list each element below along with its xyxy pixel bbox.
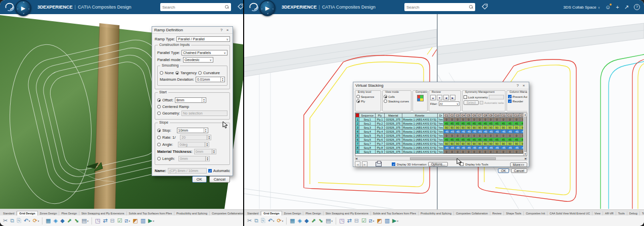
ply-id-cell[interactable]: Rosette.1 (ABS AXIS SYS): [402, 118, 437, 122]
export-ply-icon[interactable]: ⬈: [310, 217, 317, 224]
review-prev-button[interactable]: ◀: [443, 95, 449, 100]
skin-swap-icon[interactable]: ⇄: [102, 217, 108, 224]
zone-column-header[interactable]: C9: [488, 114, 493, 118]
tab-grid-design[interactable]: Grid Design: [17, 211, 37, 215]
compass-play-icon[interactable]: ▶: [21, 6, 25, 11]
display-3d-info-checkbox[interactable]: [392, 162, 395, 166]
compass-icon[interactable]: ▶ ˄ ˅ ‹ ›: [15, 0, 31, 16]
ply-table-icon[interactable]: ▥: [140, 217, 147, 224]
ply-id-cell[interactable]: Rosette.1 (ABS AXIS SYS): [402, 122, 437, 126]
angle-cell[interactable]: -45: [472, 146, 477, 150]
column-header-material[interactable]: Material: [384, 114, 402, 118]
first-row-button[interactable]: ◀: [355, 161, 360, 167]
ply-row[interactable]: 5Seq.5Ply.5G0926_375Rosette.1 (ABS AXIS …: [356, 134, 527, 138]
angle-cell[interactable]: 45: [507, 138, 513, 142]
angle-cell[interactable]: -45: [482, 130, 488, 134]
ply-row[interactable]: 2Seq.2Ply.2G0926_375Rosette.1 (ABS AXIS …: [356, 122, 527, 126]
close-button[interactable]: ×: [224, 28, 231, 32]
name-field[interactable]: (CP) 8mm / 10mm: [168, 168, 207, 174]
angle-cell[interactable]: -45: [455, 146, 461, 150]
tab-solids-and-top-surfaces-from-plies[interactable]: Solids and Top Surfaces from Plies: [127, 211, 174, 215]
ply-id-cell[interactable]: Seq.3: [359, 126, 375, 130]
angle-cell[interactable]: 0: [461, 150, 466, 154]
review-next-button[interactable]: ▶: [450, 95, 455, 100]
ply-id-cell[interactable]: G0926_375: [384, 130, 402, 134]
zone-column-header[interactable]: C10: [493, 114, 500, 118]
tab-view[interactable]: View: [592, 211, 603, 215]
angle-cell[interactable]: 45: [449, 138, 455, 142]
angle-cell[interactable]: 0: [500, 118, 507, 122]
dropdown-caret-icon[interactable]: ▾: [373, 219, 375, 222]
zone-column-header[interactable]: C4: [461, 114, 466, 118]
angle-cell[interactable]: 0: [500, 150, 507, 154]
table-corner-cell[interactable]: [356, 114, 359, 118]
macro-icon[interactable]: ▶▾: [147, 217, 155, 224]
compare-button[interactable]: [417, 95, 424, 101]
ramp-type-select[interactable]: Parallel / Parallel ∨: [176, 36, 230, 42]
rate-radio[interactable]: [157, 136, 161, 139]
angle-cell[interactable]: 0: [493, 118, 500, 122]
limit-contour-icon[interactable]: ◳: [94, 217, 101, 224]
reorder-checkbox[interactable]: [508, 99, 512, 103]
tab-caa-solid-view-mold-extend-uc[interactable]: CAA Solid View Mold Extend UC: [547, 211, 592, 215]
angle-cell[interactable]: 90: [488, 142, 493, 146]
update-icon[interactable]: ⟳▾: [32, 217, 40, 224]
angle-cell[interactable]: 45: [500, 122, 507, 126]
row-number-cell[interactable]: 3: [356, 126, 359, 130]
import-ply-icon[interactable]: ⬊: [317, 217, 324, 224]
angle-cell[interactable]: 0: [507, 150, 513, 154]
entity-ply-radio[interactable]: [356, 99, 360, 103]
angle-cell[interactable]: 90: [455, 126, 461, 130]
import-ply-icon[interactable]: ⬊: [73, 217, 80, 224]
angle-cell[interactable]: 0: [513, 134, 520, 138]
geometry-radio[interactable]: [157, 111, 161, 115]
ply-id-cell[interactable]: Rosette.1 (ABS AXIS SYS): [402, 150, 437, 154]
review-up-button[interactable]: ▲: [430, 95, 436, 100]
angle-cell[interactable]: 45: [513, 138, 520, 142]
angle-cell[interactable]: 0: [472, 134, 477, 138]
stacking-dialog-titlebar[interactable]: Virtual Stacking ? ×: [353, 82, 529, 89]
print-icon[interactable]: [376, 162, 382, 166]
tab-tools[interactable]: Tools: [616, 211, 627, 215]
automatic-select-checkbox[interactable]: [480, 101, 483, 104]
spinner-arrows-icon[interactable]: ▲▼: [220, 77, 224, 82]
angle-cell[interactable]: 0: [461, 134, 466, 138]
offset-spinner[interactable]: 8mm ▲▼: [175, 97, 206, 103]
ramp-dialog-titlebar[interactable]: Ramp Definition ? ×: [152, 27, 233, 34]
rate-spinner[interactable]: 20 ▲▼: [180, 135, 211, 140]
options-button[interactable]: Options...: [428, 162, 448, 166]
tab-debug[interactable]: Debug: [627, 211, 640, 215]
ply-id-cell[interactable]: G0926_375: [384, 134, 402, 138]
ply-id-cell[interactable]: Yes: [437, 146, 443, 150]
limit-contour-icon[interactable]: ◳: [338, 217, 345, 224]
collab-space-selector[interactable]: 3DS Collab Space∨: [563, 5, 600, 10]
ply-id-cell[interactable]: Ply.4: [375, 130, 384, 134]
angle-spinner[interactable]: 0deg ▲▼: [178, 142, 209, 147]
angle-cell[interactable]: 0: [482, 134, 488, 138]
angle-cell[interactable]: 0: [449, 150, 455, 154]
angle-cell[interactable]: 0: [488, 134, 493, 138]
dropdown-caret-icon[interactable]: ▾: [332, 219, 333, 222]
help-button[interactable]: ?: [515, 83, 521, 88]
flatten-icon[interactable]: ⊟: [353, 217, 360, 224]
copy-icon[interactable]: ⧉: [9, 217, 15, 224]
angle-cell[interactable]: 90: [449, 142, 455, 146]
zone-column-header[interactable]: C13: [513, 114, 520, 118]
angle-cell[interactable]: 90: [444, 142, 449, 146]
tab-composites-collaboration[interactable]: Composites Collaboration: [454, 211, 490, 215]
angle-cell[interactable]: -45: [477, 146, 483, 150]
ply-id-cell[interactable]: Rosette.1 (ABS AXIS SYS): [402, 126, 437, 130]
share-icon[interactable]: ↗: [624, 5, 629, 10]
angle-cell[interactable]: 90: [507, 142, 513, 146]
angle-cell[interactable]: 45: [482, 138, 488, 142]
tag-icon[interactable]: [481, 3, 488, 10]
ok-button[interactable]: OK: [192, 176, 207, 183]
angle-cell[interactable]: -45: [488, 146, 493, 150]
angle-cell[interactable]: -45: [455, 130, 461, 134]
ply-id-cell[interactable]: Seq.6: [359, 138, 375, 142]
angle-cell[interactable]: -45: [507, 130, 513, 134]
compass-icon[interactable]: ▶ ˄ ˅ ‹ ›: [259, 0, 275, 16]
angle-cell[interactable]: 90: [513, 126, 520, 130]
dropdown-caret-icon[interactable]: ▾: [282, 219, 284, 222]
ply-id-cell[interactable]: Ply.2: [375, 122, 384, 126]
